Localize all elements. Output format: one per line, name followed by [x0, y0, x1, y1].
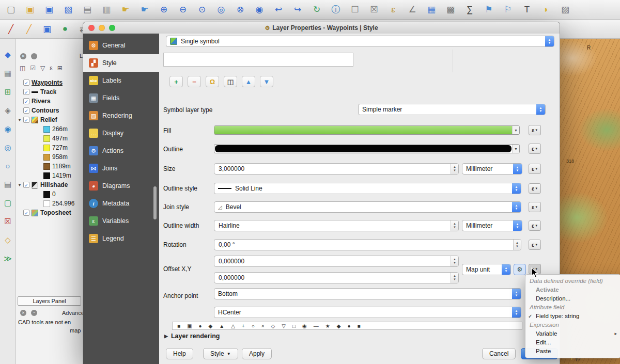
measure-line-icon[interactable]: ∠: [407, 4, 418, 15]
add-delimited-text-icon[interactable]: ▤: [4, 180, 11, 189]
expand-all-icon[interactable]: ⊞: [57, 65, 63, 72]
style-menu-button[interactable]: Style ▼: [203, 348, 238, 359]
expression-filter-icon[interactable]: ε: [50, 65, 52, 72]
save-edits-icon[interactable]: ▣: [41, 24, 53, 35]
symbol-preview-icon[interactable]: ◇: [271, 323, 275, 329]
current-edits-icon[interactable]: ╱: [5, 24, 17, 35]
layer-rendering-section[interactable]: ▶ Layer rendering: [164, 333, 220, 340]
tab-labels[interactable]: abc Labels: [83, 72, 159, 89]
fill-data-defined-button[interactable]: ε▼: [529, 125, 541, 135]
layer-visibility-checkbox[interactable]: ✓: [23, 107, 29, 114]
legend-727m[interactable]: 727m: [16, 143, 83, 152]
zoom-native-icon[interactable]: ⊙: [196, 4, 208, 15]
symbol-preview-icon[interactable]: —: [314, 323, 319, 329]
add-feature-icon[interactable]: ●: [59, 24, 71, 34]
zoom-to-selection-icon[interactable]: ⊗: [235, 4, 246, 15]
layer-visibility-checkbox[interactable]: ✓: [23, 80, 29, 86]
tab-fields[interactable]: ▦ Fields: [83, 89, 159, 107]
stepper-icon[interactable]: ▲▼: [451, 256, 458, 266]
map-tips-icon[interactable]: ◗: [540, 5, 552, 15]
dialog-titlebar[interactable]: ⚙ Layer Properties - Waypoints | Style: [83, 22, 560, 34]
tab-style[interactable]: ▞ Style: [83, 54, 159, 72]
symbol-preview-icon[interactable]: ×: [261, 323, 265, 329]
toggle-editing-icon[interactable]: ╱: [23, 24, 35, 35]
zoom-out-icon[interactable]: ⊖: [177, 4, 189, 15]
outline-width-input[interactable]: Hairline ▲▼: [214, 220, 459, 231]
zoom-to-layer-icon[interactable]: ◉: [254, 4, 265, 15]
symbol-preview-icon[interactable]: △: [231, 323, 235, 329]
layer-visibility-checkbox[interactable]: ✓: [23, 182, 29, 188]
layer-row-contours[interactable]: ✓ Contours: [16, 106, 83, 115]
new-project-icon[interactable]: ▢: [5, 4, 17, 15]
tab-general[interactable]: ⚙ General: [83, 37, 159, 54]
stepper-icon[interactable]: ▲▼: [451, 273, 458, 283]
close-panel-icon[interactable]: −: [31, 310, 37, 316]
symbol-layers-tree[interactable]: [163, 53, 353, 67]
new-layer-icon[interactable]: ▨: [560, 4, 571, 15]
outline-data-defined-button[interactable]: ε▼: [529, 144, 541, 154]
offset-y-input[interactable]: 0,000000 ▲▼: [214, 272, 459, 283]
close-panel-icon[interactable]: −: [31, 53, 37, 59]
duplicate-symbol-layer-button[interactable]: ◫: [224, 76, 237, 87]
legend-1189m[interactable]: 1189m: [16, 162, 83, 171]
layer-row-waypoints[interactable]: ✓ Waypoints: [16, 78, 83, 87]
new-shapefile-icon[interactable]: ▢: [4, 198, 11, 208]
symbol-preview-icon[interactable]: ▲: [219, 323, 224, 329]
symbol-preview-icon[interactable]: ▣: [187, 323, 192, 329]
stepper-icon[interactable]: ▲▼: [513, 240, 521, 250]
deselect-features-icon[interactable]: ☒: [368, 4, 380, 15]
identify-features-icon[interactable]: ⓘ: [330, 4, 342, 15]
layer-row-relief[interactable]: ▼ ✓ Relief: [16, 115, 83, 124]
add-oracle-layer-icon[interactable]: ◇: [5, 235, 11, 245]
zoom-last-icon[interactable]: ↩: [273, 4, 284, 15]
offset-unit-select[interactable]: Map unit ▲▼: [462, 264, 511, 275]
pan-map-icon[interactable]: ☛: [120, 4, 131, 15]
symbol-preview-icon[interactable]: ■: [358, 323, 361, 329]
layer-visibility-checkbox[interactable]: ✓: [23, 89, 29, 95]
rotation-input[interactable]: 0,00 ° ▲▼: [214, 239, 521, 250]
add-symbol-layer-button[interactable]: +: [169, 76, 183, 87]
add-raster-layer-icon[interactable]: ▦: [4, 69, 11, 78]
move-layer-up-button[interactable]: ▲: [242, 76, 255, 87]
tab-display[interactable]: … Display: [83, 124, 159, 142]
composer-manager-icon[interactable]: ▥: [101, 4, 112, 15]
symbol-preview-icon[interactable]: □: [292, 323, 296, 329]
legend-497m[interactable]: 497m: [16, 134, 83, 143]
offset-unit-settings-button[interactable]: ⚙: [514, 264, 526, 275]
layer-visibility-checkbox[interactable]: ✓: [23, 210, 29, 216]
move-layer-down-button[interactable]: ▼: [260, 76, 273, 87]
select-features-icon[interactable]: ☐: [349, 4, 361, 15]
menu-item-paste[interactable]: Paste: [525, 347, 620, 356]
layer-visibility-checkbox[interactable]: ✓: [23, 117, 29, 123]
rotation-data-defined-button[interactable]: ε▼: [529, 240, 541, 250]
text-annotation-icon[interactable]: T: [521, 5, 533, 15]
add-postgis-layer-icon[interactable]: ⊞: [5, 87, 11, 97]
menu-item-description[interactable]: Description...: [525, 294, 620, 303]
sidebar-scrollbar[interactable]: [153, 186, 157, 219]
new-composer-icon[interactable]: ▤: [82, 4, 93, 15]
size-unit-select[interactable]: Millimeter ▲▼: [462, 163, 522, 175]
layer-row-hillshade[interactable]: ▼ ✓ Hillshade: [16, 180, 83, 189]
layer-row-track[interactable]: ✓ Track: [16, 87, 83, 97]
map-refresh-icon[interactable]: ↻: [311, 4, 322, 15]
add-spatialite-layer-icon[interactable]: ◈: [5, 106, 11, 115]
menu-item-edit[interactable]: Edit...: [525, 338, 620, 347]
zoom-full-icon[interactable]: ◎: [215, 4, 227, 15]
renderer-type-select[interactable]: Single symbol ▲▼: [166, 36, 554, 47]
filter-legend-icon[interactable]: ▽: [40, 65, 45, 72]
fill-color-button[interactable]: ▼: [214, 125, 520, 135]
tab-diagrams[interactable]: ◕ Diagrams: [83, 177, 159, 195]
symbol-preview-icon[interactable]: ◆: [337, 323, 341, 329]
size-input[interactable]: 3,000000 ▲▼: [214, 163, 459, 175]
outline-style-select[interactable]: Solid Line ▲▼: [214, 183, 521, 194]
statistics-icon[interactable]: ∑: [464, 5, 475, 15]
legend-1419m[interactable]: 1419m: [16, 171, 83, 180]
layer-row-rivers[interactable]: ✓ Rivers: [16, 97, 83, 106]
stepper-icon[interactable]: ▲▼: [451, 220, 458, 231]
remove-symbol-layer-button[interactable]: −: [188, 76, 201, 87]
save-project-icon[interactable]: ▣: [43, 4, 55, 15]
stepper-icon[interactable]: ▲▼: [451, 164, 458, 174]
cancel-button[interactable]: Cancel: [482, 348, 516, 359]
add-wcs-layer-icon[interactable]: ◎: [4, 143, 11, 152]
legend-266m[interactable]: 266m: [16, 124, 83, 134]
